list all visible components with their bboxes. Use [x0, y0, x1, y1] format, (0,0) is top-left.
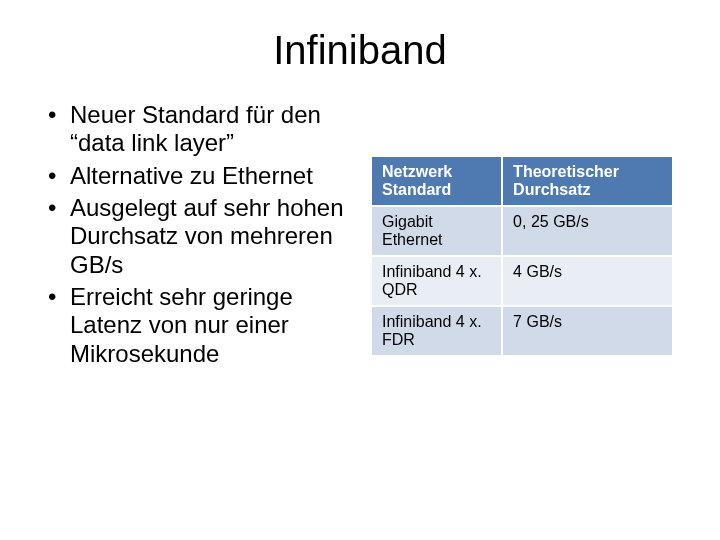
- list-item: Erreicht sehr geringe Latenz von nur ein…: [48, 283, 348, 368]
- slide: Infiniband Neuer Standard für den “data …: [0, 0, 720, 540]
- list-item: Ausgelegt auf sehr hohen Durchsatz von m…: [48, 194, 348, 279]
- table-row: Infiniband 4 x. QDR 4 GB/s: [372, 256, 672, 306]
- table-header-cell: Netzwerk Standard: [372, 157, 502, 206]
- table-cell: Gigabit Ethernet: [372, 206, 502, 256]
- table-cell: 4 GB/s: [502, 256, 672, 306]
- table-row: Infiniband 4 x. FDR 7 GB/s: [372, 306, 672, 356]
- table-header-cell: Theoretischer Durchsatz: [502, 157, 672, 206]
- table-header-row: Netzwerk Standard Theoretischer Durchsat…: [372, 157, 672, 206]
- table-row: Gigabit Ethernet 0, 25 GB/s: [372, 206, 672, 256]
- table-cell: Infiniband 4 x. QDR: [372, 256, 502, 306]
- throughput-table: Netzwerk Standard Theoretischer Durchsat…: [372, 157, 672, 357]
- table-cell: Infiniband 4 x. FDR: [372, 306, 502, 356]
- table-cell: 0, 25 GB/s: [502, 206, 672, 256]
- throughput-table-wrap: Netzwerk Standard Theoretischer Durchsat…: [372, 157, 672, 357]
- bullet-list: Neuer Standard für den “data link layer”…: [48, 101, 348, 372]
- table-cell: 7 GB/s: [502, 306, 672, 356]
- slide-title: Infiniband: [48, 28, 672, 73]
- list-item: Alternative zu Ethernet: [48, 162, 348, 190]
- slide-content: Neuer Standard für den “data link layer”…: [48, 101, 672, 372]
- list-item: Neuer Standard für den “data link layer”: [48, 101, 348, 158]
